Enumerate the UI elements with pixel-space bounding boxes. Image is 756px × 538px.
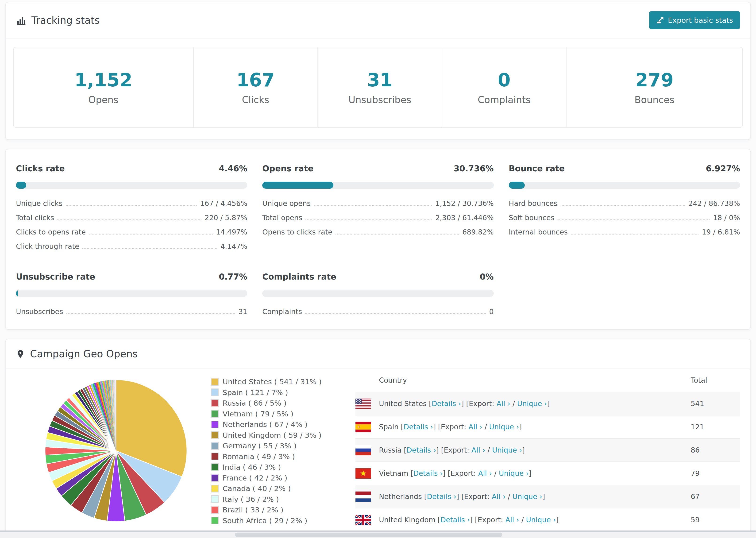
dotted-leader — [66, 205, 197, 206]
dotted-leader — [558, 219, 710, 220]
tracking-stats-header: Tracking stats Export basic stats — [6, 2, 750, 38]
export-all-link[interactable]: All › — [505, 516, 519, 524]
rate-detail-value: 2,303 / 61.446% — [435, 214, 494, 222]
legend-label: Russia ( 86 / 5% ) — [223, 399, 287, 407]
rate-detail-row: Total clicks220 / 5.87% — [16, 214, 247, 222]
export-unique-link[interactable]: Unique › — [526, 516, 556, 524]
details-link[interactable]: Details › — [404, 423, 433, 431]
legend-item: United States ( 541 / 31% ) — [211, 377, 333, 386]
details-link[interactable]: Details › — [406, 446, 436, 454]
export-unique-link[interactable]: Unique › — [517, 400, 547, 408]
legend-item: Italy ( 36 / 2% ) — [211, 495, 333, 504]
rate-detail-row: Total opens2,303 / 61.446% — [262, 214, 494, 222]
legend-item: Brazil ( 33 / 2% ) — [211, 506, 333, 514]
legend-item: Netherlands ( 67 / 4% ) — [211, 420, 333, 429]
country-name: Vietnam — [379, 469, 408, 477]
legend-item: Canada ( 40 / 2% ) — [211, 484, 333, 493]
legend-swatch — [211, 463, 219, 471]
details-link[interactable]: Details › — [432, 400, 461, 408]
export-all-link[interactable]: All › — [471, 446, 485, 454]
rate-detail-label: Clicks to opens rate — [16, 228, 86, 236]
details-link[interactable]: Details › — [413, 469, 443, 477]
rate-detail-label: Click through rate — [16, 242, 79, 250]
dotted-leader — [571, 234, 699, 235]
rate-detail-value: 18 / 0% — [713, 214, 740, 222]
rate-block-bounce-rate: Bounce rate6.927%Hard bounces242 / 86.73… — [509, 164, 740, 250]
legend-label: Italy ( 36 / 2% ) — [223, 495, 279, 504]
stat-cell-clicks: 167Clicks — [193, 47, 317, 127]
horizontal-scrollbar[interactable] — [0, 530, 756, 538]
legend-swatch — [211, 421, 219, 428]
rates-card: Clicks rate4.46%Unique clicks167 / 4.456… — [5, 149, 751, 330]
geo-pie-svg — [44, 375, 189, 526]
geo-table-row: Vietnam [Details ›] [Export: All › / Uni… — [355, 461, 740, 485]
rate-detail-row: Clicks to opens rate14.497% — [16, 228, 247, 236]
tracking-stats-card: Tracking stats Export basic stats 1,152O… — [5, 2, 751, 140]
legend-item: Romania ( 49 / 3% ) — [211, 452, 333, 461]
legend-swatch — [211, 431, 219, 439]
stat-value: 31 — [367, 70, 393, 91]
flag-vn-icon — [355, 468, 371, 479]
export-all-link[interactable]: All › — [492, 493, 506, 501]
legend-item: Vietnam ( 79 / 5% ) — [211, 409, 333, 418]
legend-swatch — [211, 410, 219, 418]
country-name: Russia — [379, 446, 402, 454]
rate-detail-value: 19 / 6.81% — [702, 228, 740, 236]
dotted-leader — [57, 219, 201, 220]
rate-detail-value: 689.82% — [462, 228, 494, 236]
progress-bar-fill — [16, 290, 18, 297]
dotted-leader — [314, 205, 432, 206]
rate-detail-row: Unsubscribes31 — [16, 308, 247, 316]
column-country: Country — [379, 376, 691, 384]
rate-detail-value: 242 / 86.738% — [688, 199, 740, 207]
rate-detail-row: Opens to clicks rate689.82% — [262, 228, 494, 236]
rate-value: 4.46% — [219, 164, 247, 173]
progress-bar-track — [16, 290, 247, 297]
legend-item: Spain ( 121 / 7% ) — [211, 388, 333, 397]
export-all-link[interactable]: All › — [468, 423, 482, 431]
details-link[interactable]: Details › — [441, 516, 470, 524]
column-total: Total — [691, 376, 740, 384]
country-name: Spain — [379, 423, 399, 431]
legend-item: South Africa ( 29 / 2% ) — [211, 516, 333, 525]
rate-detail-row: Internal bounces19 / 6.81% — [509, 228, 740, 236]
legend-swatch — [211, 453, 219, 460]
export-unique-link[interactable]: Unique › — [499, 469, 529, 477]
legend-swatch — [211, 399, 219, 407]
legend-label: United States ( 541 / 31% ) — [223, 377, 322, 386]
rate-detail-label: Total opens — [262, 214, 302, 222]
country-total: 541 — [691, 400, 740, 408]
dotted-leader — [305, 313, 486, 314]
geo-table: Country Total United States [Details ›] … — [355, 369, 740, 538]
rate-title: Bounce rate — [509, 164, 565, 173]
rate-detail-row: Unique clicks167 / 4.456% — [16, 199, 247, 207]
legend-swatch — [211, 474, 219, 482]
stat-value: 167 — [237, 70, 275, 91]
geo-table-row: Russia [Details ›] [Export: All › / Uniq… — [355, 438, 740, 461]
export-unique-link[interactable]: Unique › — [489, 423, 519, 431]
stat-cell-complaints: 0Complaints — [442, 47, 566, 127]
export-basic-stats-button[interactable]: Export basic stats — [649, 11, 740, 29]
dotted-leader — [89, 234, 213, 235]
export-all-link[interactable]: All › — [497, 400, 511, 408]
details-link[interactable]: Details › — [427, 493, 457, 501]
geo-content: United States ( 541 / 31% )Spain ( 121 /… — [6, 369, 750, 538]
legend-swatch — [211, 506, 219, 514]
legend-label: Germany ( 55 / 3% ) — [223, 442, 297, 450]
legend-label: Vietnam ( 79 / 5% ) — [223, 409, 294, 418]
export-unique-link[interactable]: Unique › — [492, 446, 522, 454]
rate-block-clicks-rate: Clicks rate4.46%Unique clicks167 / 4.456… — [16, 164, 247, 250]
stat-cell-bounces: 279Bounces — [566, 47, 742, 127]
export-unique-link[interactable]: Unique › — [512, 493, 542, 501]
legend-label: Romania ( 49 / 3% ) — [223, 452, 295, 461]
rate-detail-label: Internal bounces — [509, 228, 568, 236]
rate-detail-label: Opens to clicks rate — [262, 228, 332, 236]
rate-value: 0.77% — [219, 272, 247, 282]
geo-legend: United States ( 541 / 31% )Spain ( 121 /… — [211, 377, 333, 527]
dotted-leader — [67, 313, 235, 314]
legend-label: Brazil ( 33 / 2% ) — [223, 506, 283, 514]
geo-pie-chart[interactable] — [44, 375, 189, 526]
export-all-link[interactable]: All › — [478, 469, 492, 477]
scrollbar-thumb[interactable] — [235, 533, 503, 537]
legend-swatch — [211, 495, 219, 503]
